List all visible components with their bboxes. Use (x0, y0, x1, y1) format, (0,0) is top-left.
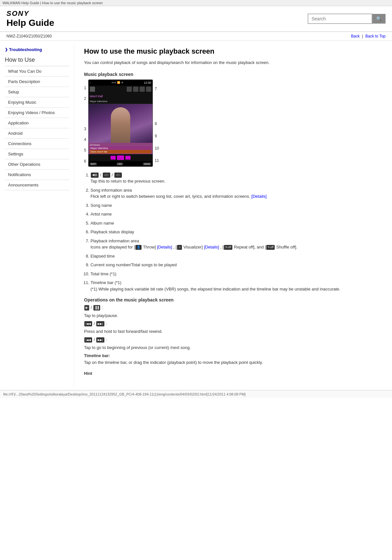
item-11-desc: (*1) While playing back variable bit rat… (90, 287, 340, 291)
callout-10: 10 (155, 146, 159, 151)
list-item-8: Elapsed time (90, 253, 382, 259)
callout-4: 4 (84, 137, 86, 142)
device-topbar: ♪ ●●● 📶 ⊗ 12:00 (89, 80, 153, 86)
item-7-detail-link-2[interactable]: [Details] (204, 245, 219, 249)
sidebar-item-setup[interactable]: Setup (5, 87, 69, 97)
sidebar-item-settings[interactable]: Settings (5, 149, 69, 159)
timeline-label: Timeline bar: (84, 353, 110, 358)
page-footer: file:///F|/...20and%20Settings/editorala… (0, 390, 392, 398)
ops-slash-3: / (94, 337, 96, 342)
list-item-11: Timeline bar (*1) (*1) While playing bac… (90, 280, 382, 292)
callout-5: 5 (84, 148, 86, 153)
icon-next: ▶▶| (96, 337, 104, 343)
list-item-6: Playback status display (90, 229, 382, 235)
ops-prev-next-text: Tap to go to beginning of previous (or c… (84, 344, 382, 351)
list-item-5: Album name (90, 220, 382, 227)
ops-heading: Operations on the music playback screen (84, 297, 382, 302)
sidebar-item-enjoying-videos[interactable]: Enjoying Videos / Photos (5, 108, 69, 118)
sidebar-item-android[interactable]: Android (5, 128, 69, 139)
ops-ff-rw-icons: |◀◀ / ▶▶| : (84, 321, 382, 327)
list-item-3: Song name (90, 202, 382, 209)
icon-prev: |◀◀ (84, 337, 92, 343)
search-icon: 🔍 (376, 16, 382, 21)
list-item-1: ◀▤ / ◁☆ / ◁☆ Tap this to return to the p… (90, 172, 382, 185)
ops-colon-2: : (106, 321, 107, 326)
icon-repeat: ↻off (224, 245, 232, 250)
item-1-icons: ◀▤ / ◁☆ / ◁☆ (90, 173, 122, 177)
sidebar-item-application[interactable]: Application (5, 118, 69, 128)
item-7-desc2: , [♬ Visualizer] (173, 245, 204, 249)
back-to-top-link[interactable]: Back to Top (366, 34, 386, 38)
ops-prev-next-icons: |◀◀ / ▶▶| : (84, 336, 382, 343)
page-title: How to use the music playback screen (84, 47, 382, 56)
device-back-btn (90, 87, 95, 92)
item-7-desc: Icons are displayed for [👤 Throw] (90, 245, 157, 249)
icon-back-3: ◁☆ (114, 173, 122, 178)
nav-links: Back | Back to Top (351, 34, 386, 38)
search-input[interactable] (308, 14, 372, 24)
device-bot-btn-3: SEND (143, 163, 151, 165)
back-link[interactable]: Back (351, 34, 360, 38)
sidebar-item-parts-description[interactable]: Parts Description (5, 77, 69, 87)
device-ctrl-3 (140, 87, 145, 92)
sidebar-item-other-operations[interactable]: Other Operations (5, 159, 69, 170)
icon-throw: 👤 (135, 245, 142, 250)
list-item-7: Playback information area Icons are disp… (90, 238, 382, 250)
icon-back-1: ◀▤ (91, 173, 99, 178)
item-9-label: Current song number/Total songs to be pl… (90, 262, 177, 267)
item-11-label: Timeline bar (*1) (90, 280, 122, 285)
icon-play: ▶ (84, 305, 89, 310)
item-10-label: Total time (*1) (90, 271, 116, 276)
callout-9: 9 (155, 134, 159, 138)
sidebar-item-what-you-can-do[interactable]: What You Can Do (5, 66, 69, 77)
icon-rewind-hold: |◀◀ (84, 321, 92, 326)
device-screen-mockup: ♪ ●●● 📶 ⊗ 12:00 (88, 79, 153, 167)
item-5-label: Album name (90, 221, 114, 226)
item-1-desc: Tap this to return to the previous scree… (90, 179, 165, 184)
item-3-label: Song name (90, 203, 112, 208)
sidebar-item-connections[interactable]: Connections (5, 139, 69, 149)
footer-text: file:///F|/...20and%20Settings/editorala… (3, 392, 246, 396)
play-pause-btn (117, 155, 124, 160)
sidebar-item-announcements[interactable]: Announcements (5, 180, 69, 190)
cover-figure (111, 107, 130, 143)
content-intro: You can control playback of songs and di… (84, 59, 382, 66)
ops-play-pause-desc: Tap to play/pause. (84, 313, 118, 318)
icon-ff-hold: ▶▶| (96, 321, 104, 326)
callout-1: 1 (84, 86, 86, 90)
ops-colon-1: : (101, 305, 103, 310)
content-area: How to use the music playback screen You… (74, 44, 392, 387)
ops-play-pause-text: Tap to play/pause. (84, 312, 382, 319)
icon-back-2: ◁☆ (103, 173, 110, 178)
device-song-title-bar: Won't Fall Maya Valentina (89, 93, 153, 104)
header-left: SONY Help Guide (6, 9, 54, 28)
device-controls-top (89, 86, 153, 93)
callout-6: 6 (84, 159, 86, 164)
model-number: NWZ-Z1040/Z1050/Z1060 (6, 34, 52, 38)
callout-7: 7 (155, 87, 159, 91)
item-7-label: Playback information area (90, 238, 139, 243)
search-area: 🔍 (308, 14, 386, 24)
music-screen-section: 1 2 3 4 5 6 ♪ ●●● 📶 ⊗ 12:00 (84, 79, 382, 167)
device-bot-btn-1: EDIT (90, 163, 97, 165)
ops-prev-next-desc: Tap to go to beginning of previous (or c… (84, 345, 191, 350)
item-2-detail-link[interactable]: [Details] (251, 194, 267, 199)
callout-3: 3 (84, 127, 86, 131)
device-ctrl-1 (127, 87, 132, 92)
list-item-4: Artist name (90, 211, 382, 217)
ops-slash-1: / (91, 305, 93, 310)
item-2-label: Song information area (90, 188, 132, 193)
ops-slash-2: / (94, 321, 96, 326)
device-ctrl-2 (133, 87, 138, 92)
item-6-label: Playback status display (90, 229, 134, 234)
item-7-detail-link-1[interactable]: [Details] (157, 245, 172, 249)
right-callout-numbers: 7 8 9 10 11 (153, 79, 159, 167)
item-4-label: Artist name (90, 212, 112, 217)
hint-section: Hint (84, 371, 382, 376)
device-playback-bar (89, 154, 153, 161)
sidebar-troubleshooting[interactable]: Troubleshooting (5, 47, 69, 52)
nav-bar: NWZ-Z1040/Z1050/Z1060 Back | Back to Top (0, 32, 392, 41)
sidebar-item-notifications[interactable]: Notifications (5, 170, 69, 180)
sidebar-item-enjoying-music[interactable]: Enjoying Music (5, 97, 69, 108)
search-button[interactable]: 🔍 (372, 14, 386, 24)
